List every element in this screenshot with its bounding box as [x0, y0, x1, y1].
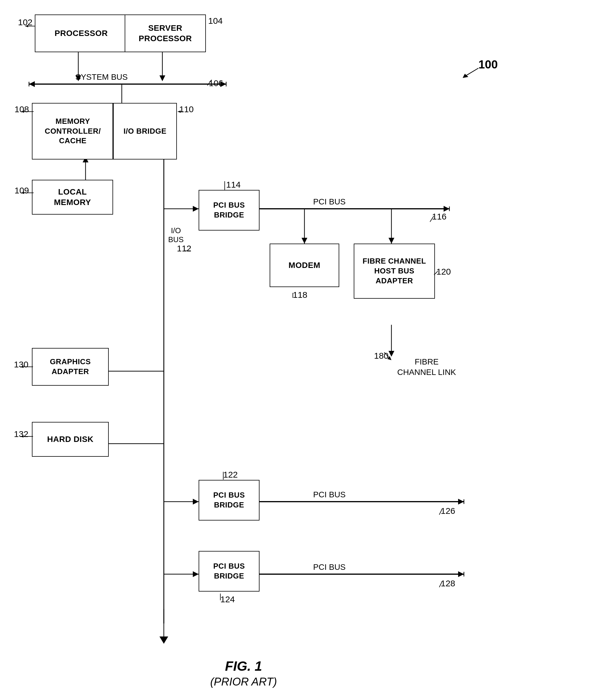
ref-100-arrow [458, 67, 481, 78]
ref-108-arrow [20, 109, 36, 115]
ref-114-arrow [220, 180, 229, 191]
ref-118-arrow [289, 292, 297, 299]
ref-109-arrow [20, 190, 36, 196]
io-bridge-box: I/O BRIDGE [113, 103, 177, 159]
svg-marker-29 [193, 499, 199, 504]
svg-marker-45 [462, 73, 468, 78]
svg-marker-63 [21, 366, 24, 368]
processor-box: PROCESSOR [35, 15, 128, 52]
svg-marker-32 [458, 499, 464, 504]
svg-marker-36 [193, 571, 199, 577]
memory-controller-box: MEMORYCONTROLLER/CACHE [32, 103, 113, 159]
server-processor-box: SERVER PROCESSOR [125, 15, 206, 52]
svg-marker-21 [302, 238, 307, 244]
svg-line-67 [439, 509, 442, 515]
ref-132-arrow [19, 433, 35, 439]
fibre-channel-hba-box: FIBRE CHANNELHOST BUSADAPTER [354, 244, 435, 299]
prior-art-label: (PRIOR ART) [171, 676, 316, 688]
local-memory-box: LOCALMEMORY [32, 180, 113, 215]
figure-label: FIG. 1 [185, 658, 302, 674]
ref-130-arrow [19, 364, 35, 370]
ref-102-arrow [24, 23, 38, 29]
ref-110-arrow [176, 109, 185, 115]
ref-104: 104 [208, 16, 223, 26]
svg-marker-14 [193, 206, 199, 212]
svg-marker-17 [444, 206, 449, 212]
modem-box: MODEM [270, 244, 339, 287]
diagram-container: 100 PROCESSOR 102 SERVER PROCESSOR 104 S… [0, 0, 597, 700]
svg-marker-23 [389, 238, 394, 244]
ref-122-arrow [219, 470, 228, 481]
svg-marker-65 [21, 435, 24, 438]
ref-116-arrow [428, 215, 437, 223]
ref-124-arrow [216, 592, 225, 601]
ref-112-arrow [183, 248, 191, 254]
svg-marker-5 [29, 81, 35, 87]
fibre-channel-link-label: FIBRECHANNEL LINK [397, 357, 456, 378]
svg-line-59 [434, 271, 438, 275]
svg-marker-3 [159, 75, 165, 81]
pci-bus-bridge-1-box: PCI BUSBRIDGE [199, 190, 259, 230]
graphics-adapter-box: GRAPHICSADAPTER [32, 348, 109, 386]
svg-marker-50 [21, 110, 24, 113]
io-bus-label: I/OBUS [168, 226, 183, 244]
pci-bus-2-label: PCI BUS [313, 490, 346, 499]
svg-marker-52 [178, 110, 181, 113]
pci-bus-3-label: PCI BUS [313, 562, 346, 572]
svg-marker-47 [25, 25, 28, 27]
pci-bus-bridge-2-box: PCI BUSBRIDGE [199, 480, 259, 521]
system-bus-label: SYSTEM BUS [75, 73, 128, 82]
ref-106-arrow [206, 78, 215, 87]
svg-line-69 [439, 581, 442, 587]
ref-180-arrow [377, 351, 393, 361]
ref-126-arrow [438, 507, 447, 516]
hard-disk-box: HARD DISK [32, 422, 109, 457]
pci-bus-bridge-3-box: PCI BUSBRIDGE [199, 551, 259, 592]
svg-line-48 [207, 80, 212, 85]
svg-marker-39 [458, 571, 464, 577]
ref-100-label: 100 [478, 58, 498, 71]
svg-line-57 [430, 216, 434, 222]
ref-120-arrow [432, 270, 440, 275]
ref-128-arrow [438, 580, 447, 589]
svg-marker-43 [159, 636, 168, 644]
svg-marker-54 [21, 192, 24, 194]
pci-bus-1-label: PCI BUS [313, 197, 346, 206]
